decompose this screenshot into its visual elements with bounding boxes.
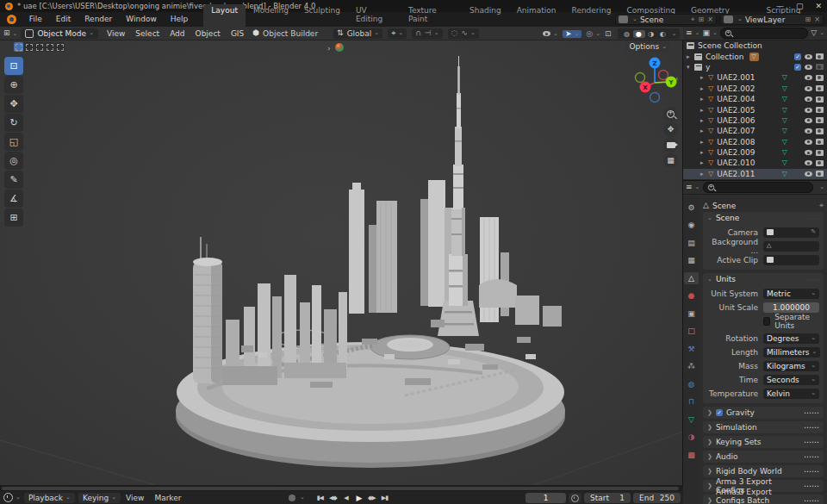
panel-grip[interactable]: ⋯⋯ — [807, 215, 819, 221]
pivot-point-dropdown[interactable]: ⌖⌄ — [388, 28, 407, 39]
disable-render-icon[interactable] — [816, 150, 824, 156]
tab-physics[interactable]: ◍ — [684, 378, 699, 390]
options-dropdown[interactable]: Options ⌄ — [625, 41, 670, 52]
pin-icon[interactable]: ⌖ — [819, 201, 824, 210]
viewport-canvas[interactable]: › — [0, 27, 683, 485]
outliner-row-scene-collection[interactable]: Scene Collection — [683, 40, 827, 51]
outliner-filter-dropdown[interactable]: ▣⌄ — [702, 29, 717, 37]
tab-collection[interactable]: ▣ — [684, 308, 699, 320]
timeline-scrollbar[interactable] — [0, 485, 683, 491]
unit-dropdown[interactable]: Millimeters⌄ — [763, 347, 820, 358]
panel-grip[interactable]: ⋯⋯ — [804, 482, 819, 490]
outliner-object-row[interactable]: ▸ ▽ UAE2.006 ▽ — [683, 115, 827, 126]
tab-object[interactable]: □ — [684, 326, 699, 338]
viewport-menu-item[interactable]: GIS — [226, 29, 249, 38]
timeline-marker-menu[interactable]: Marker — [149, 494, 186, 502]
outliner-object-row[interactable]: ▸ ▽ UAE2.004 ▽ — [683, 94, 827, 104]
panel-grip[interactable]: ⋯⋯ — [804, 423, 819, 432]
shading-material-button[interactable]: ◑ — [645, 30, 657, 38]
tool-select-box[interactable]: ⊡ — [4, 57, 23, 75]
expand-icon[interactable]: ▸ — [700, 74, 708, 81]
workspace-tab[interactable]: Modeling — [246, 4, 296, 27]
workspace-tab[interactable]: Sculpting — [296, 4, 348, 27]
exclude-checkbox[interactable]: ✓ — [794, 53, 801, 60]
expand-icon[interactable]: ▸ — [700, 159, 708, 166]
play[interactable]: ▶ — [352, 493, 365, 503]
hide-icon[interactable] — [805, 86, 812, 91]
use-preview-range-button[interactable] — [569, 493, 581, 503]
outliner-filter-button[interactable]: ▽⌄ — [811, 29, 824, 37]
shading-solid-button[interactable]: ● — [633, 30, 645, 38]
workspace-tab[interactable]: Animation — [509, 4, 564, 27]
tool-cursor[interactable]: ⊕ — [4, 76, 23, 94]
separate-units-checkbox[interactable]: Separate Units — [763, 313, 819, 330]
tool-move[interactable]: ✥ — [4, 95, 23, 113]
hide-icon[interactable] — [805, 150, 812, 155]
collapsed-panel-header[interactable]: ❯ Rigid Body World ⋯⋯ — [703, 465, 824, 477]
new-view-layer-button[interactable]: ⊞ — [805, 16, 811, 23]
workspace-tab[interactable]: Rendering — [564, 4, 619, 27]
camera-view-button[interactable] — [663, 138, 678, 152]
tab-tool[interactable]: ⚙ — [684, 202, 699, 214]
exclude-checkbox[interactable]: ✓ — [794, 64, 801, 71]
disable-render-icon[interactable] — [816, 160, 824, 166]
expand-icon[interactable]: ▸ — [700, 128, 708, 134]
disable-render-icon[interactable] — [816, 117, 824, 123]
workspace-tab[interactable]: Texture Paint — [401, 4, 462, 27]
jump-to-end[interactable]: ▶▮ — [378, 493, 391, 503]
tab-world[interactable]: ● — [684, 290, 699, 302]
unit-dropdown[interactable]: Kilograms⌄ — [763, 361, 819, 371]
sidebar-toggle[interactable]: ‹ — [675, 74, 679, 83]
expand-icon[interactable]: ▸ — [700, 85, 708, 92]
outliner-search-input[interactable] — [720, 28, 808, 39]
tab-modifiers[interactable]: ⚒ — [684, 343, 699, 355]
zoom-button[interactable] — [663, 107, 678, 121]
hide-icon[interactable] — [805, 118, 812, 123]
playback-dropdown[interactable]: Playback⌄ — [24, 493, 75, 503]
tool-annotate[interactable]: ✎ — [4, 171, 23, 189]
properties-editor-type-dropdown[interactable]: ≡⌄ — [686, 184, 700, 191]
menu-item[interactable]: Window — [119, 13, 164, 27]
select-mode-new[interactable] — [14, 42, 23, 52]
scene-panel-header[interactable]: ⌄ Scene ⋯⋯ — [703, 212, 824, 224]
view-layer-selector[interactable]: ⌄ ViewLayer ⊞ × — [720, 14, 824, 25]
panel-grip[interactable]: ⋯⋯ — [807, 277, 819, 283]
unit-dropdown[interactable]: Kelvin⌄ — [763, 389, 819, 399]
hide-icon[interactable] — [805, 108, 812, 113]
collapse-icon[interactable]: ▾ — [687, 64, 694, 71]
play-reverse[interactable]: ◀ — [339, 493, 352, 503]
viewport-menu-item[interactable]: View — [102, 29, 130, 38]
workspace-tab[interactable]: UV Editing — [348, 4, 401, 27]
show-gizmo-toggle[interactable]: ➤⌄ — [563, 30, 581, 38]
panel-grip[interactable]: ⋯⋯ — [804, 438, 819, 446]
xray-toggle[interactable]: ⊡ — [605, 30, 612, 38]
pin-icon[interactable]: ⌖ — [691, 16, 695, 24]
timeline-view-menu[interactable]: View — [121, 494, 149, 502]
hide-icon[interactable] — [805, 75, 812, 80]
hide-icon[interactable] — [805, 96, 812, 102]
gravity-checkbox[interactable]: ✓ — [716, 409, 723, 416]
tool-add-cube[interactable]: ⊞ — [4, 208, 23, 227]
expand-icon[interactable]: ▸ — [687, 53, 694, 60]
prev-keyframe[interactable]: ◀◆ — [326, 493, 339, 503]
outliner-row-sub-collection[interactable]: ▾ y ✓ — [683, 62, 827, 72]
orthographic-toggle-button[interactable]: ▦ — [663, 153, 678, 168]
show-object-types-dropdown[interactable]: ⌄ — [543, 31, 558, 37]
outliner-object-row[interactable]: ▸ ▽ UAE2.002 ▽ — [683, 84, 827, 94]
outliner-object-row[interactable]: ▸ ▽ UAE2.001 ▽ — [683, 72, 827, 83]
workspace-tab[interactable]: Layout — [203, 4, 246, 27]
unit-dropdown[interactable]: Seconds⌄ — [763, 375, 819, 385]
remove-view-layer-button[interactable]: × — [814, 16, 820, 23]
frame-end-field[interactable]: End250 — [633, 493, 681, 503]
keying-dropdown[interactable]: Keying⌄ — [78, 493, 121, 503]
unit-system-dropdown[interactable]: Metric⌄ — [763, 289, 819, 299]
tab-data[interactable]: ▽ — [684, 414, 699, 426]
close-button[interactable]: ✕ — [815, 2, 822, 10]
tool-rotate[interactable]: ↻ — [4, 114, 23, 132]
disable-render-icon[interactable] — [816, 75, 824, 81]
outliner-display-mode-dropdown[interactable]: ≡⌄ — [686, 29, 700, 37]
select-mode-subtract[interactable] — [34, 42, 44, 52]
mode-dropdown[interactable]: Object Mode ⌄ — [21, 28, 98, 39]
editor-type-icon[interactable]: ⊞⌄ — [3, 29, 17, 37]
jump-to-start[interactable]: ▮◀ — [314, 493, 326, 503]
